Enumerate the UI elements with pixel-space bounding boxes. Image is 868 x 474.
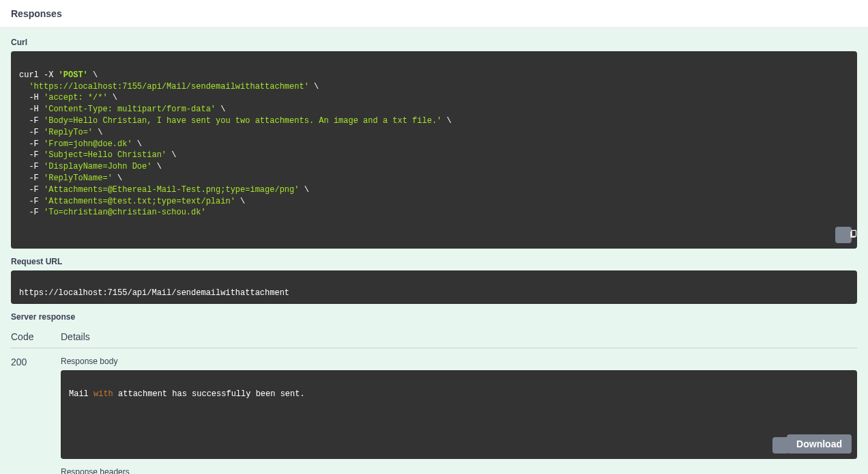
response-body-label: Response body [61,357,857,366]
column-code-header: Code [11,331,61,342]
response-body-block: Mail with attachment has successfully be… [61,370,857,459]
server-response-row: 200 Response body Mail with attachment h… [11,348,857,474]
status-code: 200 [11,357,61,474]
request-url-block: https://localhost:7155/api/Mail/sendemai… [11,270,857,305]
server-response-table-head: Code Details [11,326,857,348]
responses-title: Responses [11,8,857,19]
curl-command: curl -X 'POST' \ 'https://localhost:7155… [19,70,452,218]
curl-label: Curl [11,38,857,47]
response-headers-label: Response headers [61,467,857,474]
copy-curl-button[interactable] [835,227,852,243]
server-response-label: Server response [11,312,857,322]
responses-header: Responses [0,0,868,28]
response-body-text: Mail with attachment has successfully be… [69,389,305,399]
request-url-value: https://localhost:7155/api/Mail/sendemai… [19,288,289,298]
curl-code-block: curl -X 'POST' \ 'https://localhost:7155… [11,51,857,249]
download-button[interactable]: Download [787,434,852,454]
column-details-header: Details [61,331,857,342]
clipboard-icon [828,219,857,249]
request-url-label: Request URL [11,257,857,266]
responses-panel: Curl curl -X 'POST' \ 'https://localhost… [0,28,868,474]
